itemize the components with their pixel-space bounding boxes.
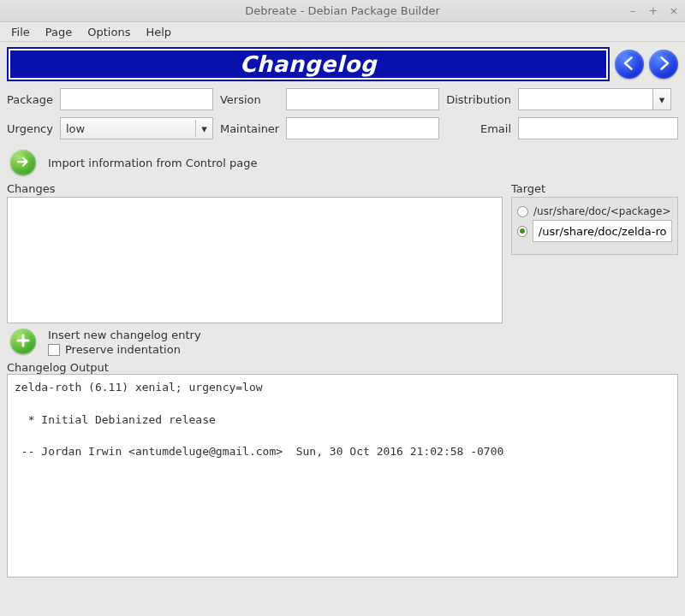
menu-bar: File Page Options Help xyxy=(0,22,685,42)
minimize-icon[interactable]: – xyxy=(627,4,639,17)
package-input[interactable] xyxy=(60,88,213,110)
prev-page-button[interactable] xyxy=(615,50,644,79)
urgency-select[interactable]: low ▾ xyxy=(60,117,213,139)
menu-page[interactable]: Page xyxy=(39,24,78,40)
target-custom-input[interactable] xyxy=(533,220,672,242)
target-group: /usr/share/doc/<package> xyxy=(511,197,678,255)
email-label: Email xyxy=(446,122,511,135)
email-input[interactable] xyxy=(518,117,678,139)
next-page-button[interactable] xyxy=(649,50,678,79)
changelog-output-label: Changelog Output xyxy=(7,361,678,374)
target-radio-custom[interactable] xyxy=(517,226,527,237)
menu-options[interactable]: Options xyxy=(81,24,136,40)
version-label: Version xyxy=(220,93,279,106)
urgency-label: Urgency xyxy=(7,122,53,135)
maintainer-label: Maintainer xyxy=(220,122,279,135)
page-title-banner: Changelog xyxy=(7,47,610,81)
changes-label: Changes xyxy=(7,182,503,195)
chevron-down-icon: ▾ xyxy=(659,93,665,106)
page-title: Changelog xyxy=(240,51,377,77)
import-label: Import information from Control page xyxy=(48,157,257,169)
maintainer-input[interactable] xyxy=(286,117,439,139)
close-icon[interactable]: × xyxy=(668,4,680,17)
preserve-indentation-label: Preserve indentation xyxy=(65,343,181,356)
menu-file[interactable]: File xyxy=(5,24,36,40)
insert-label: Insert new changelog entry xyxy=(48,329,201,341)
distribution-label: Distribution xyxy=(446,93,511,106)
menu-help[interactable]: Help xyxy=(140,24,177,40)
changelog-output[interactable]: zelda-roth (6.11) xenial; urgency=low * … xyxy=(7,374,678,578)
maximize-icon[interactable]: + xyxy=(647,4,659,17)
package-label: Package xyxy=(7,93,53,106)
window-titlebar: Debreate - Debian Package Builder – + × xyxy=(0,0,685,22)
arrow-left-icon xyxy=(621,55,638,74)
arrow-right-icon xyxy=(15,154,31,172)
target-radio-package[interactable] xyxy=(517,206,528,217)
distribution-input[interactable] xyxy=(518,88,652,110)
target-option-package: /usr/share/doc/<package> xyxy=(533,205,671,217)
target-label: Target xyxy=(511,182,545,195)
import-from-control-button[interactable] xyxy=(10,150,36,175)
insert-changelog-button[interactable] xyxy=(10,329,36,354)
arrow-right-icon xyxy=(655,55,672,74)
distribution-dropdown-button[interactable]: ▾ xyxy=(652,88,671,110)
version-input[interactable] xyxy=(286,88,439,110)
preserve-indentation-checkbox[interactable] xyxy=(48,344,60,356)
changes-textarea[interactable] xyxy=(7,197,503,323)
urgency-value: low xyxy=(66,122,85,135)
plus-icon xyxy=(15,333,31,351)
window-title: Debreate - Debian Package Builder xyxy=(245,4,440,17)
chevron-down-icon: ▾ xyxy=(195,120,212,137)
